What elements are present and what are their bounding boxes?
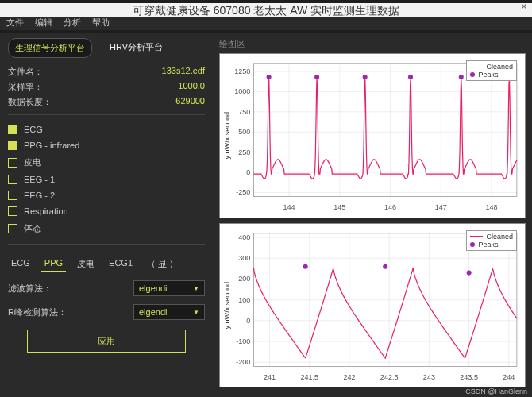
checkbox-icon [8,206,17,216]
menu-analyze[interactable]: 分析 [64,17,81,29]
btab-ppg[interactable]: PPG [41,256,66,272]
menu-edit[interactable]: 编辑 [35,17,52,29]
svg-text:-250: -250 [236,188,250,196]
svg-text:y:uW/x:second: y:uW/x:second [223,112,231,160]
checkbox-icon [8,158,17,168]
length-label: 数据长度： [8,96,52,108]
tab-physio[interactable]: 生理信号分析平台 [8,38,92,58]
svg-text:0: 0 [246,168,250,176]
channel-eeg2[interactable]: EEG - 2 [8,191,205,200]
sidebar: 生理信号分析平台 HRV分析平台 文件名：133s12.edf 采样率：1000… [0,33,213,397]
watermark: CSDN @HanGlenn [465,387,527,395]
svg-rect-24 [253,64,516,197]
svg-text:243.5: 243.5 [460,372,478,380]
legend: Cleaned Peaks [466,230,517,251]
chart-ppg: -200-1000100200300400241241.5242242.5243… [219,223,526,388]
svg-text:400: 400 [238,233,250,241]
svg-text:147: 147 [435,203,447,211]
svg-text:145: 145 [333,203,345,211]
filter-select[interactable]: elgendi▼ [133,280,205,296]
svg-text:146: 146 [384,203,396,211]
svg-text:243: 243 [423,372,435,380]
svg-text:244: 244 [503,372,515,380]
svg-text:200: 200 [238,275,250,283]
svg-text:242: 242 [343,372,355,380]
svg-text:241.5: 241.5 [300,372,318,380]
checkbox-icon [8,224,17,233]
channel-body[interactable]: 体态 [8,222,205,234]
apply-button[interactable]: 应用 [27,330,186,353]
checkbox-icon [8,141,17,150]
channel-ppg[interactable]: PPG - infrared [8,141,205,150]
svg-point-30 [459,75,464,79]
checkbox-icon [8,175,17,184]
chart-area-title: 绘图区 [219,38,526,50]
menu-file[interactable]: 文件 [6,17,24,29]
peak-select[interactable]: elgendi▼ [133,304,205,320]
svg-text:250: 250 [238,148,250,156]
svg-text:241: 241 [264,372,276,380]
channel-list: ECG PPG - infrared 皮电 EEG - 1 EEG - 2 Re… [8,125,205,234]
chart-ecg: -250025050075010001250144145146147148y:u… [219,53,526,218]
filename-label: 文件名： [8,66,43,78]
svg-point-62 [303,264,308,268]
svg-text:148: 148 [485,203,497,211]
legend: Cleaned Peaks [466,60,517,81]
channel-resp[interactable]: Respiration [8,206,205,216]
svg-point-64 [467,270,472,275]
window-title: 可穿戴健康设备 607080 老太太 AW 实时监测生理数据 [0,3,532,17]
svg-point-26 [267,75,272,79]
btab-ecg[interactable]: ECG [8,256,33,272]
samplerate-label: 采样率： [8,81,43,93]
svg-text:-100: -100 [236,337,250,345]
channel-eeg1[interactable]: EEG - 1 [8,175,205,184]
svg-text:1250: 1250 [234,67,250,75]
svg-point-63 [383,264,387,268]
peak-label: R峰检测算法： [8,306,67,318]
tab-hrv[interactable]: HRV分析平台 [103,38,169,58]
checkbox-icon [8,125,17,134]
filter-label: 滤波算法： [8,283,52,295]
svg-text:300: 300 [238,254,250,262]
svg-point-27 [314,75,319,79]
chart-area: 绘图区 -25002505007501000125014414514614714… [213,33,532,397]
svg-text:0: 0 [246,316,250,324]
svg-text:y:uW/x:second: y:uW/x:second [223,281,231,329]
chevron-down-icon: ▼ [193,309,199,316]
channel-eda[interactable]: 皮电 [8,156,205,168]
close-icon[interactable]: × [521,0,527,13]
svg-text:144: 144 [283,203,295,211]
svg-text:100: 100 [238,295,250,303]
svg-text:-200: -200 [236,358,250,366]
btab-ecg1[interactable]: ECG1 [106,256,136,272]
svg-text:500: 500 [238,128,250,136]
length-value: 629000 [175,96,205,108]
btab-more[interactable]: （ 显 ） [144,256,181,272]
svg-text:1000: 1000 [234,87,250,95]
svg-text:750: 750 [238,108,250,116]
btab-eda[interactable]: 皮电 [74,256,98,272]
chevron-down-icon: ▼ [193,285,199,292]
samplerate-value: 1000.0 [178,81,205,93]
svg-point-29 [408,75,413,79]
filename-value: 133s12.edf [162,66,205,78]
svg-text:242.5: 242.5 [380,372,399,380]
svg-point-28 [363,75,368,79]
channel-ecg[interactable]: ECG [8,125,205,134]
checkbox-icon [8,191,17,200]
menu-help[interactable]: 帮助 [92,17,110,29]
